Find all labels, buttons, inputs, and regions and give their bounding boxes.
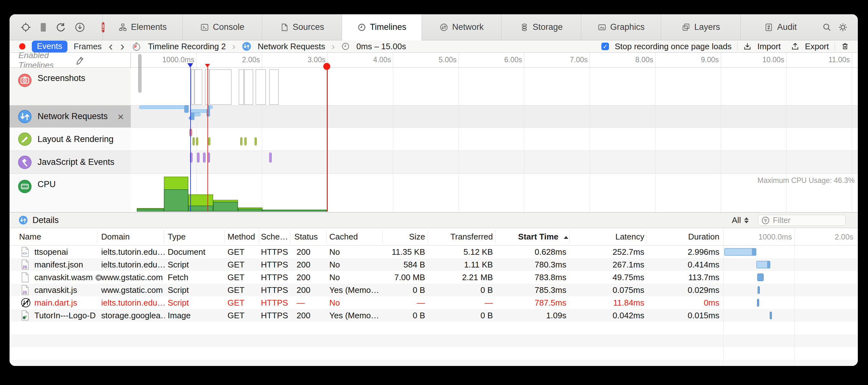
import-icon[interactable]: [743, 42, 751, 50]
reload-icon[interactable]: [55, 22, 66, 33]
column-header-status[interactable]: Status: [294, 228, 318, 246]
timeline-ruler[interactable]: Enabled Timelines 1000.0ms 2.00s 3.00s 4…: [9, 53, 858, 68]
screenshot-thumbnail[interactable]: [209, 69, 231, 105]
ruler-tick: [852, 53, 852, 68]
filter-input[interactable]: Filter: [758, 215, 846, 226]
tab-graphics[interactable]: Graphics: [581, 14, 661, 40]
waterfall-bar[interactable]: [757, 299, 759, 307]
column-header-scheme[interactable]: Sche…: [261, 228, 288, 246]
back-chevron-icon[interactable]: ‹: [108, 42, 114, 51]
ruler-label: 4.00s: [353, 56, 391, 64]
overview-scrollbar-thumb[interactable]: [138, 54, 142, 93]
recording-end-marker[interactable]: [323, 63, 330, 70]
tab-elements[interactable]: Elements: [102, 14, 182, 40]
sidebar-item-layout-rendering[interactable]: Layout & Rendering: [9, 128, 131, 151]
tab-audit[interactable]: Audit: [740, 14, 820, 40]
search-icon[interactable]: [822, 23, 832, 32]
current-time-marker[interactable]: [187, 63, 193, 68]
export-button[interactable]: Export: [805, 42, 829, 51]
paint-event-pill[interactable]: [244, 137, 247, 145]
download-icon[interactable]: [74, 22, 85, 33]
screenshot-thumbnail[interactable]: [255, 69, 266, 105]
record-button[interactable]: [19, 43, 26, 49]
column-header-method[interactable]: Method: [227, 228, 255, 246]
screenshot-thumbnail[interactable]: [239, 69, 244, 105]
waterfall-bar[interactable]: [757, 274, 764, 281]
sidebar-item-javascript-events[interactable]: JavaScript & Events: [9, 151, 131, 174]
table-row[interactable]: canvaskit.wasm www.gstatic.com Fetch GET…: [9, 271, 858, 284]
script-event-pill[interactable]: [269, 152, 272, 163]
table-row[interactable]: <> ttsopenai ielts.tutorin.edu… Document…: [9, 246, 858, 258]
import-button[interactable]: Import: [757, 42, 781, 51]
table-row[interactable]: TutorIn---Logo-D… storage.googlea… Image…: [9, 309, 858, 322]
ruler-tick: [196, 53, 197, 68]
device-icon[interactable]: [39, 22, 47, 33]
column-header-size[interactable]: Size: [360, 228, 425, 246]
column-header-domain[interactable]: Domain: [101, 228, 130, 246]
paint-event-pill[interactable]: [254, 137, 257, 145]
forward-chevron-icon[interactable]: ›: [120, 42, 125, 51]
paint-event-pill[interactable]: [196, 137, 198, 145]
scope-filter-select[interactable]: All: [732, 212, 749, 228]
column-header-duration[interactable]: Duration: [657, 228, 719, 246]
inspect-element-icon[interactable]: [20, 22, 31, 33]
waterfall-grid-line: [795, 228, 795, 366]
stop-recording-checkbox[interactable]: ✓: [601, 42, 609, 50]
screenshot-thumbnail[interactable]: [205, 69, 209, 105]
network-request-bar[interactable]: [190, 113, 201, 116]
column-header-type[interactable]: Type: [168, 228, 186, 246]
script-event-pill[interactable]: [203, 152, 206, 163]
tab-network[interactable]: Network: [422, 14, 501, 40]
tab-console[interactable]: Console: [182, 14, 262, 40]
paint-event-pill[interactable]: [208, 137, 210, 145]
column-header-name[interactable]: Name: [19, 228, 41, 246]
waterfall-bar[interactable]: [756, 261, 770, 269]
sidebar-item-label: Network Requests: [37, 111, 108, 121]
network-requests-icon: [242, 42, 251, 51]
column-header-latency[interactable]: Latency: [582, 228, 644, 246]
waterfall-bar[interactable]: [724, 248, 756, 256]
sidebar-item-cpu[interactable]: CPU: [9, 174, 131, 212]
table-row[interactable]: JS canvaskit.js www.gstatic.com Script G…: [9, 284, 858, 296]
paint-event-pill[interactable]: [192, 137, 195, 145]
network-request-bar[interactable]: [208, 105, 213, 109]
waterfall-bar[interactable]: [757, 286, 760, 294]
export-icon[interactable]: [791, 42, 799, 50]
table-row[interactable]: JS manifest.json ielts.tutorin.edu… Scri…: [9, 258, 858, 271]
settings-gear-icon[interactable]: [838, 23, 848, 32]
screenshot-thumbnail[interactable]: [244, 69, 253, 105]
screenshot-thumbnail[interactable]: [191, 69, 194, 105]
scope-filter-value: All: [732, 215, 741, 225]
javascript-band: [131, 151, 858, 174]
paint-event-pill[interactable]: [240, 137, 243, 145]
tab-label: Elements: [131, 22, 167, 32]
network-request-bar[interactable]: [139, 105, 188, 109]
tab-label: Sources: [293, 22, 324, 32]
grid-line: [524, 68, 524, 212]
screenshot-thumbnail[interactable]: [194, 69, 203, 105]
sidebar-item-screenshots[interactable]: Screenshots: [9, 68, 131, 105]
breadcrumb-range[interactable]: 0ms – 15.00s: [356, 42, 406, 51]
timeline-overview-graph[interactable]: Maximum CPU Usage: 46.3%: [131, 68, 858, 212]
frames-toggle[interactable]: Frames: [74, 42, 102, 51]
waterfall-bar[interactable]: [770, 312, 772, 319]
breadcrumb-separator: ›: [332, 41, 335, 52]
column-header-start-time[interactable]: Start Time: [504, 228, 558, 246]
screenshot-thumbnail[interactable]: [269, 69, 279, 105]
script-event-pill[interactable]: [197, 152, 199, 163]
edit-pencil-icon[interactable]: [66, 56, 123, 65]
image-file-icon: [20, 310, 30, 321]
breadcrumb-recording[interactable]: Timeline Recording 2: [148, 42, 226, 51]
trash-icon[interactable]: [841, 42, 849, 51]
column-header-cached[interactable]: Cached: [329, 228, 358, 246]
table-row-error[interactable]: main.dart.js ielts.tutorin.edu… Script G…: [9, 296, 858, 309]
column-header-transferred[interactable]: Transferred: [433, 228, 493, 246]
close-icon[interactable]: ×: [117, 110, 124, 123]
timeline-control-left: Events Frames ‹ › Timeline Recording 2 ›…: [9, 41, 601, 53]
sidebar-item-network-requests[interactable]: Network Requests ×: [9, 105, 131, 128]
tab-layers[interactable]: Layers: [661, 14, 741, 40]
tab-storage[interactable]: Storage: [501, 14, 581, 40]
tab-timelines[interactable]: Timelines: [342, 14, 422, 40]
tab-sources[interactable]: Sources: [262, 14, 342, 40]
breadcrumb-instrument[interactable]: Network Requests: [258, 42, 325, 51]
